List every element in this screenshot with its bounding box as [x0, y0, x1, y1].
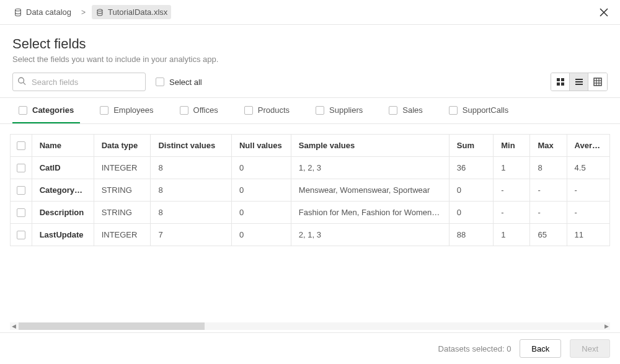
cell-name: LastUpdate: [32, 224, 94, 246]
svg-rect-9: [575, 84, 583, 85]
view-list-button[interactable]: [570, 73, 588, 91]
tab-offices[interactable]: Offices: [174, 98, 224, 123]
cell-sample: 2, 1, 3: [291, 224, 449, 246]
tab-label: Sales: [402, 105, 423, 115]
header-min[interactable]: Min: [494, 135, 530, 157]
cell-null: 0: [231, 202, 291, 224]
select-all-checkbox[interactable]: [156, 78, 164, 86]
header-checkbox-cell: [11, 135, 32, 157]
svg-point-1: [97, 9, 102, 11]
cell-datatype: STRING: [94, 202, 151, 224]
breadcrumb-root[interactable]: Data catalog: [10, 5, 75, 19]
row-checkbox[interactable]: [17, 164, 25, 172]
tab-checkbox[interactable]: [316, 106, 324, 115]
svg-rect-3: [557, 78, 560, 81]
header-checkbox[interactable]: [17, 141, 25, 150]
header-sum[interactable]: Sum: [449, 135, 493, 157]
tab-checkbox[interactable]: [244, 106, 253, 115]
catalog-icon: [14, 8, 22, 17]
scroll-thumb[interactable]: [19, 322, 205, 330]
view-toggle: [551, 73, 608, 91]
page-header: Select fields Select the fields you want…: [0, 25, 620, 64]
tab-checkbox[interactable]: [180, 106, 188, 115]
tab-categories[interactable]: Categories: [12, 98, 80, 123]
tab-employees[interactable]: Employees: [94, 98, 159, 123]
row-checkbox-cell: [11, 202, 32, 224]
cell-average: 11: [567, 224, 609, 246]
cell-name: CatID: [32, 157, 94, 179]
tab-label: Offices: [193, 105, 218, 115]
breadcrumb-current-label: TutorialData.xlsx: [108, 7, 167, 17]
breadcrumb-separator: >: [81, 8, 86, 17]
header-max[interactable]: Max: [530, 135, 567, 157]
header-name[interactable]: Name: [32, 135, 94, 157]
header-distinct[interactable]: Distinct values: [151, 135, 232, 157]
cell-sum: 88: [449, 224, 493, 246]
tab-suppliers[interactable]: Suppliers: [309, 98, 369, 123]
row-checkbox-cell: [11, 157, 32, 179]
header-sample[interactable]: Sample values: [291, 135, 449, 157]
cell-distinct: 8: [151, 179, 232, 202]
cell-average: 4.5: [567, 157, 609, 179]
close-button[interactable]: [598, 6, 610, 19]
row-checkbox[interactable]: [17, 208, 25, 217]
header-average[interactable]: Average: [567, 135, 609, 157]
table-header-row: Name Data type Distinct values Null valu…: [11, 135, 610, 157]
page-subtitle: Select the fields you want to include in…: [12, 55, 608, 64]
tab-label: Products: [258, 105, 290, 115]
cell-min: 1: [494, 157, 530, 179]
tab-sales[interactable]: Sales: [383, 98, 429, 123]
table-row[interactable]: LastUpdateINTEGER702, 1, 38816511: [11, 224, 610, 246]
select-all[interactable]: Select all: [156, 78, 202, 87]
tab-label: SupportCalls: [463, 105, 508, 115]
table-row[interactable]: CatIDINTEGER801, 2, 336184.5: [11, 157, 610, 179]
close-icon: [600, 8, 608, 17]
search-input[interactable]: [12, 73, 146, 91]
row-checkbox[interactable]: [17, 231, 25, 239]
tab-checkbox[interactable]: [449, 106, 458, 115]
svg-rect-10: [594, 78, 601, 86]
footer: Datasets selected: 0 Back Next: [0, 332, 620, 364]
svg-rect-5: [557, 82, 560, 86]
row-checkbox[interactable]: [17, 186, 25, 195]
table-row[interactable]: DescriptionSTRING80Fashion for Men, Fash…: [11, 202, 610, 224]
header-null[interactable]: Null values: [231, 135, 291, 157]
breadcrumb-current[interactable]: TutorialData.xlsx: [92, 5, 171, 19]
cell-min: -: [494, 179, 530, 202]
cell-sample: 1, 2, 3: [291, 157, 449, 179]
toolbar: Select all: [0, 64, 620, 97]
breadcrumb: Data catalog > TutorialData.xlsx: [0, 0, 620, 25]
scroll-left-arrow[interactable]: ◀: [10, 322, 17, 330]
select-all-label: Select all: [169, 78, 202, 87]
tab-supportcalls[interactable]: SupportCalls: [443, 98, 515, 123]
search-icon: [17, 77, 26, 87]
horizontal-scrollbar[interactable]: ◀ ▶: [10, 322, 610, 330]
cell-distinct: 7: [151, 224, 232, 246]
file-icon: [95, 8, 104, 17]
tab-checkbox[interactable]: [100, 106, 108, 115]
svg-point-0: [16, 9, 21, 11]
view-grid-button[interactable]: [551, 73, 570, 91]
header-datatype[interactable]: Data type: [94, 135, 151, 157]
row-checkbox-cell: [11, 224, 32, 246]
tab-checkbox[interactable]: [389, 106, 397, 115]
tab-products[interactable]: Products: [238, 98, 296, 123]
status-label: Datasets selected:: [438, 344, 505, 353]
tab-label: Employees: [113, 105, 153, 115]
svg-rect-4: [561, 78, 564, 81]
cell-sum: 36: [449, 157, 493, 179]
fields-table: Name Data type Distinct values Null valu…: [10, 134, 610, 246]
cell-null: 0: [231, 157, 291, 179]
row-checkbox-cell: [11, 179, 32, 202]
scroll-right-arrow[interactable]: ▶: [603, 322, 610, 330]
table-row[interactable]: CategoryNameSTRING80Menswear, Womenswear…: [11, 179, 610, 202]
cell-average: -: [567, 202, 609, 224]
back-button[interactable]: Back: [520, 339, 561, 358]
cell-average: -: [567, 179, 609, 202]
next-button[interactable]: Next: [570, 339, 610, 358]
view-table-button[interactable]: [588, 73, 607, 91]
cell-distinct: 8: [151, 202, 232, 224]
status-count: 0: [507, 344, 511, 353]
page-title: Select fields: [12, 36, 608, 52]
tab-checkbox[interactable]: [19, 106, 27, 115]
